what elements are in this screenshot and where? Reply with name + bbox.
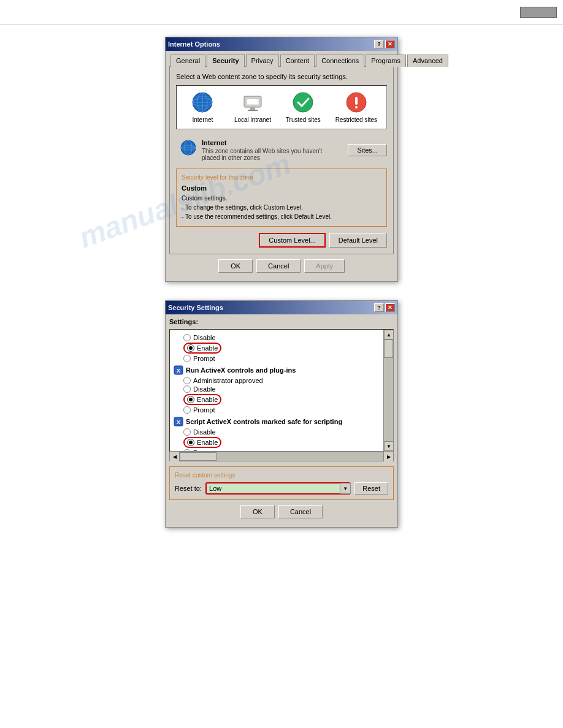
svg-point-10 [293,93,313,112]
radio-disable-1[interactable] [183,334,191,341]
option-admin-approved[interactable]: Administrator approved [174,376,380,385]
radio-disable-2[interactable] [183,385,191,393]
svg-text:X: X [177,419,180,425]
reset-button[interactable]: Reset [354,482,388,495]
ok-button[interactable]: OK [218,259,253,273]
security-settings-title: Security Settings [168,304,223,311]
h-scroll-right[interactable]: ▶ [383,452,393,461]
security-settings-dialog: Security Settings ? ✕ Settings: Disable [165,300,398,528]
sec-ok-button[interactable]: OK [240,505,275,518]
radio-prompt-3[interactable] [183,449,191,452]
radio-enable-2-highlighted[interactable]: Enable [183,394,221,405]
svg-rect-9 [248,110,258,111]
option-enable-1[interactable]: Enable [174,342,380,354]
sec-close-button[interactable]: ✕ [385,303,395,312]
option-disable-3[interactable]: Disable [174,428,380,436]
scrollbar-thumb[interactable] [384,339,393,358]
svg-rect-7 [247,99,259,105]
radio-admin-approved[interactable] [183,377,191,384]
dialog-footer: OK Cancel Apply [169,254,394,278]
setting-section-activex: X Run ActiveX controls and plug-ins Admi… [174,365,389,414]
svg-text:X: X [177,368,180,374]
apply-button[interactable]: Apply [304,259,345,273]
sec-titlebar-buttons: ? ✕ [374,303,395,312]
option-enable-3[interactable]: Enable [174,436,380,449]
zone-info-globe-icon [180,139,197,156]
cancel-button[interactable]: Cancel [256,259,301,273]
dropdown-arrow-icon[interactable]: ▼ [340,483,351,494]
zone-restricted-sites[interactable]: Restricted sites [335,91,377,124]
restricted-sites-icon [345,91,368,114]
local-intranet-icon [241,91,264,114]
zone-trusted-sites[interactable]: Trusted sites [286,91,321,124]
dialog-titlebar: Internet Options ? ✕ [166,37,397,51]
radio-prompt-2[interactable] [183,406,191,414]
script-activex-label: Script ActiveX controls marked safe for … [186,418,342,425]
activex-label: Run ActiveX controls and plug-ins [186,366,296,374]
tab-programs[interactable]: Programs [366,55,406,67]
svg-rect-12 [355,97,358,105]
reset-dropdown[interactable] [205,482,351,495]
custom-level-button[interactable]: Custom Level... [259,233,325,248]
option-disable-1[interactable]: Disable [174,333,380,342]
sec-cancel-button[interactable]: Cancel [278,505,323,518]
sec-dialog-body: Settings: Disable Enable [166,314,397,527]
sec-help-button[interactable]: ? [374,303,384,312]
radio-disable-3[interactable] [183,428,191,436]
option-prompt-3[interactable]: Prompt [174,449,380,452]
radio-enable-1-highlighted[interactable]: Enable [183,343,221,354]
tab-general[interactable]: General [170,55,205,67]
radio-prompt-1[interactable] [183,355,191,362]
sec-dialog-footer: OK Cancel [169,500,394,523]
security-settings-titlebar: Security Settings ? ✕ [166,301,397,314]
settings-scrollbar[interactable]: ▲ ▼ [383,330,393,451]
top-bar-button[interactable] [520,7,557,18]
activex-header: X Run ActiveX controls and plug-ins [174,365,380,375]
zones-grid: Internet Local intranet [176,85,387,129]
sites-button[interactable]: Sites... [348,144,387,156]
h-scroll-track [180,452,383,461]
scrollbar-up[interactable]: ▲ [384,330,394,339]
option-disable-2[interactable]: Disable [174,385,380,393]
settings-scroll-area[interactable]: Disable Enable Prompt [169,329,394,452]
tab-content[interactable]: Content [280,55,315,67]
zone-info-name: Internet [202,139,340,146]
level-buttons: Custom Level... Default Level [176,233,387,248]
zone-local-intranet[interactable]: Local intranet [234,91,271,124]
internet-zone-icon [191,91,214,114]
tab-advanced[interactable]: Advanced [407,55,448,67]
titlebar-buttons: ? ✕ [374,40,395,48]
security-level-desc: Custom settings. - To change the setting… [182,194,381,221]
reset-section-title: Reset custom settings [175,472,388,479]
script-activex-header: X Script ActiveX controls marked safe fo… [174,417,380,427]
tab-privacy[interactable]: Privacy [246,55,279,67]
reset-row: Reset to: ▼ Reset [175,482,388,495]
option-prompt-1[interactable]: Prompt [174,354,380,363]
script-activex-icon: X [174,417,183,427]
scrollbar-down[interactable]: ▼ [384,441,394,451]
settings-area-wrapper: Disable Enable Prompt [169,329,394,452]
radio-enable-1[interactable] [187,344,194,352]
h-scroll-thumb[interactable] [180,452,216,461]
option-prompt-2[interactable]: Prompt [174,406,380,414]
option-enable-2[interactable]: Enable [174,393,380,406]
zone-selector-label: Select a Web content zone to specify its… [176,73,387,80]
radio-enable-3-highlighted[interactable]: Enable [183,437,221,448]
trusted-sites-icon [291,91,315,114]
dialog-title: Internet Options [168,40,220,48]
reset-to-label: Reset to: [175,485,202,492]
tab-security[interactable]: Security [207,55,244,67]
setting-section-1: Disable Enable Prompt [174,333,389,363]
tab-connections[interactable]: Connections [316,55,364,67]
close-button[interactable]: ✕ [385,40,395,48]
h-scroll-left[interactable]: ◀ [170,452,180,461]
default-level-button[interactable]: Default Level [329,233,387,248]
h-scrollbar[interactable]: ◀ ▶ [169,452,394,461]
tabs-container: General Security Privacy Content Connect… [169,55,394,67]
security-level-title: Security level for this zone [182,174,381,181]
help-button[interactable]: ? [374,40,384,48]
radio-enable-2[interactable] [187,396,194,403]
internet-options-dialog: Internet Options ? ✕ General Security Pr… [165,37,398,282]
zone-internet[interactable]: Internet [186,91,220,124]
radio-enable-3[interactable] [187,439,194,446]
